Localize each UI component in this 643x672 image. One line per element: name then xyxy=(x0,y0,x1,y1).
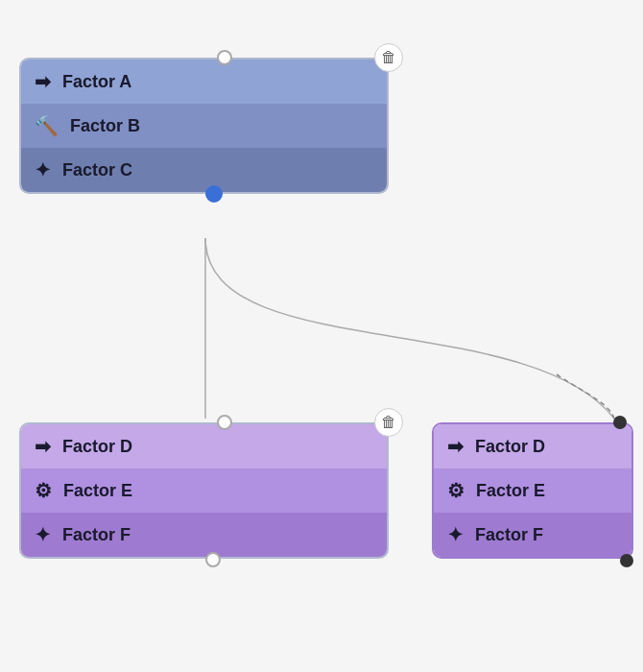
factor-row-c: ✦ Factor C xyxy=(21,148,387,192)
card-top-inner: ➡ Factor A 🔨 Factor B ✦ Factor C xyxy=(19,58,389,194)
bottom-left-connector-top[interactable] xyxy=(217,415,232,430)
factor-row-f-right: ✦ Factor F xyxy=(434,513,631,557)
arrow-icon-d2: ➡ xyxy=(447,435,464,458)
factor-label-d-right: Factor D xyxy=(475,437,545,457)
arrow-icon-a: ➡ xyxy=(35,70,51,93)
gear-icon-e: ⚙ xyxy=(35,479,52,502)
factor-label-a: Factor A xyxy=(62,72,131,92)
card-bottom-left-inner: ➡ Factor D ⚙ Factor E ✦ Factor F xyxy=(19,422,389,559)
factor-row-a: ➡ Factor A xyxy=(21,60,387,104)
factor-label-c: Factor C xyxy=(62,160,132,180)
factor-label-f-right: Factor F xyxy=(475,525,543,545)
factor-label-e-left: Factor E xyxy=(63,481,132,501)
canvas: 🗑 ➡ Factor A 🔨 Factor B ✦ Factor C 🗑 xyxy=(0,0,643,672)
card-bottom-left: 🗑 ➡ Factor D ⚙ Factor E ✦ Factor F xyxy=(19,422,389,559)
bottom-right-connector-top[interactable] xyxy=(613,416,627,429)
arrow-icon-d: ➡ xyxy=(35,435,51,458)
card-top: 🗑 ➡ Factor A 🔨 Factor B ✦ Factor C xyxy=(19,58,389,194)
trash-icon: 🗑 xyxy=(381,49,396,66)
factor-label-f-left: Factor F xyxy=(62,525,131,545)
factor-row-d-left: ➡ Factor D xyxy=(21,424,387,468)
trash-icon-2: 🗑 xyxy=(381,414,396,431)
gear-icon-e2: ⚙ xyxy=(447,479,464,502)
factor-row-f-left: ✦ Factor F xyxy=(21,513,387,557)
card-bottom-right-inner: ➡ Factor D ⚙ Factor E ✦ Factor F xyxy=(432,422,633,559)
factor-row-d-right: ➡ Factor D xyxy=(434,424,631,468)
top-connector-top[interactable] xyxy=(217,50,232,65)
sparkle-icon-f2: ✦ xyxy=(447,523,464,546)
hammer-icon-b: 🔨 xyxy=(35,114,59,137)
factor-row-e-left: ⚙ Factor E xyxy=(21,468,387,513)
factor-label-e-right: Factor E xyxy=(476,481,545,501)
top-connector-bottom[interactable] xyxy=(205,185,223,203)
sparkle-icon-c: ✦ xyxy=(35,158,51,181)
bottom-left-connector-bottom[interactable] xyxy=(205,552,221,567)
sparkle-icon-f: ✦ xyxy=(35,523,51,546)
delete-button-bottom-left[interactable]: 🗑 xyxy=(374,408,403,437)
factor-label-d-left: Factor D xyxy=(62,437,132,457)
card-bottom-right: ➡ Factor D ⚙ Factor E ✦ Factor F xyxy=(432,422,633,559)
bottom-right-connector-bottom[interactable] xyxy=(620,554,633,567)
factor-row-e-right: ⚙ Factor E xyxy=(434,468,631,513)
delete-button-top[interactable]: 🗑 xyxy=(374,43,403,72)
factor-row-b: 🔨 Factor B xyxy=(21,104,387,148)
factor-label-b: Factor B xyxy=(70,116,140,136)
